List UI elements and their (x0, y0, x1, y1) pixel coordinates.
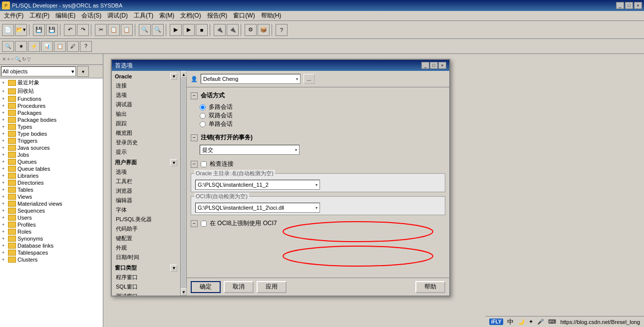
help-button[interactable]: ? (276, 24, 288, 36)
tb2-btn2[interactable]: ★ (15, 41, 27, 52)
nav-item-font[interactable]: 字体 (112, 205, 180, 215)
dialog-maximize-button[interactable]: □ (430, 62, 438, 69)
profile-more-button[interactable]: ... (304, 74, 315, 84)
panel-close-icon[interactable]: ✕ (2, 56, 6, 62)
logout-action-selector[interactable]: 提交 ▾ (200, 145, 300, 155)
cancel-button[interactable]: 取消 (224, 281, 254, 293)
tree-item-db-links[interactable]: + Database links (0, 242, 103, 249)
tree-item-queue-tables[interactable]: + Queue tables (0, 165, 103, 172)
nav-item-program-window[interactable]: 程序窗口 (112, 273, 180, 282)
check-connection-checkbox[interactable] (201, 161, 207, 167)
tree-item-type-bodies[interactable]: + Type bodies (0, 130, 103, 137)
object-browser-button[interactable]: 📦 (258, 24, 270, 36)
nav-item-sql-window[interactable]: SQL窗口 (112, 282, 180, 292)
maximize-button[interactable]: □ (625, 2, 633, 9)
nav-item-keybindings[interactable]: 键配置 (112, 234, 180, 243)
nav-item-debugger[interactable]: 调试器 (112, 100, 180, 109)
radio-multi-session-input[interactable] (200, 104, 206, 110)
oci8-toggle[interactable]: − (191, 220, 198, 227)
tb2-btn4[interactable]: 📊 (41, 41, 53, 52)
stop-button[interactable]: ■ (196, 24, 208, 36)
tree-item-tablespaces[interactable]: + Tablespaces (0, 249, 103, 256)
cut-button[interactable]: ✂ (95, 24, 107, 36)
tree-item-jobs[interactable]: + Jobs (0, 151, 103, 158)
tb2-btn5[interactable]: 📋 (54, 41, 66, 52)
nav-item-login-history[interactable]: 登录历史 (112, 138, 180, 147)
object-type-selector[interactable]: All objects ▾ (1, 66, 76, 76)
open-dropdown[interactable]: 📂▾ (15, 24, 27, 36)
minimize-button[interactable]: _ (616, 2, 624, 9)
panel-filter-icon[interactable]: ▽ (27, 56, 31, 62)
nav-item-code-assist[interactable]: 代码助手 (112, 224, 180, 234)
tree-item-profiles[interactable]: + Profiles (0, 221, 103, 228)
nav-scroll-thumb[interactable] (181, 78, 186, 288)
copy-button[interactable]: 📋 (108, 24, 120, 36)
nav-scroll-up[interactable]: ▲ (181, 71, 187, 78)
tree-item-recent[interactable]: + 最近对象 (0, 78, 103, 87)
find-next-button[interactable]: 🔍 (152, 24, 164, 36)
tree-item-procedures[interactable]: + Procedures (0, 102, 103, 109)
nav-item-ui-options[interactable]: 选项 (112, 167, 180, 177)
nav-item-overview[interactable]: 概览图 (112, 128, 180, 138)
nav-item-appearance[interactable]: 外观 (112, 243, 180, 253)
tree-item-packages[interactable]: + Packages (0, 109, 103, 116)
tree-item-triggers[interactable]: + Triggers (0, 137, 103, 144)
oci-lib-selector[interactable]: G:\PLSQL\instantclient_11_2\oci.dll ▾ (195, 203, 320, 213)
nav-item-beautifier[interactable]: PL/SQL美化器 (112, 215, 180, 224)
tree-item-views[interactable]: + Views (0, 193, 103, 200)
menu-search[interactable]: 索(M) (156, 10, 177, 21)
tree-item-users[interactable]: + Users (0, 214, 103, 221)
panel-expand-icon[interactable]: + (7, 56, 10, 62)
nav-item-browser[interactable]: 浏览器 (112, 186, 180, 196)
tb2-btn3[interactable]: ⚡ (28, 41, 40, 52)
oci8-checkbox[interactable] (201, 221, 207, 227)
undo-button[interactable]: ↶ (64, 24, 76, 36)
tree-item-types[interactable]: + Types (0, 123, 103, 130)
dialog-minimize-button[interactable]: _ (421, 62, 429, 69)
run-button[interactable]: ▶ (183, 24, 195, 36)
oracle-section-toggle[interactable]: ▾ (170, 73, 177, 80)
tree-item-directories[interactable]: + Directories (0, 179, 103, 186)
schema-dropdown[interactable]: ▾ (77, 66, 89, 77)
menu-session[interactable]: 会话(S) (78, 10, 104, 21)
connect-button[interactable]: 🔌 (214, 24, 226, 36)
nav-item-test-window[interactable]: 测试窗口 (112, 292, 180, 296)
menu-docs[interactable]: 文档(O) (177, 10, 204, 21)
menu-project[interactable]: 工程(P) (26, 10, 52, 21)
logout-toggle[interactable]: − (191, 134, 198, 141)
new-button[interactable]: 📄 (2, 24, 14, 36)
panel-refresh-icon[interactable]: ↻ (22, 56, 26, 62)
menu-tools[interactable]: 工具(T) (131, 10, 156, 21)
menu-file[interactable]: 文件(F) (1, 10, 26, 21)
dialog-close-button[interactable]: × (438, 62, 446, 69)
find-button[interactable]: 🔍 (139, 24, 151, 36)
ok-button[interactable]: 确定 (191, 281, 221, 293)
nav-item-datetime[interactable]: 日期/时间 (112, 253, 180, 262)
nav-item-toolbar[interactable]: 工具栏 (112, 177, 180, 186)
tree-item-recycle[interactable]: + 回收站 (0, 87, 103, 95)
tree-item-clusters[interactable]: + Clusters (0, 256, 103, 263)
nav-item-output[interactable]: 输出 (112, 109, 180, 119)
tb2-btn7[interactable]: ? (80, 41, 92, 52)
menu-window[interactable]: 窗口(W) (230, 10, 258, 21)
userface-section-toggle[interactable]: ▾ (170, 159, 177, 166)
window-section-toggle[interactable]: ▾ (170, 265, 177, 272)
paste-button[interactable]: 📋 (121, 24, 133, 36)
tree-item-sequences[interactable]: + Sequences (0, 207, 103, 214)
help-button[interactable]: 帮助 (415, 281, 445, 293)
check-conn-toggle[interactable]: − (191, 161, 198, 168)
tree-item-functions[interactable]: + Functions (0, 95, 103, 102)
profile-selector[interactable]: Default Cheng ▾ (201, 74, 301, 84)
tb2-btn6[interactable]: 🖊 (67, 41, 79, 52)
radio-dual-session-input[interactable] (200, 113, 206, 119)
tree-item-package-bodies[interactable]: + Package bodies (0, 116, 103, 123)
tree-item-java-sources[interactable]: + Java sources (0, 144, 103, 151)
close-button[interactable]: × (634, 2, 642, 9)
nav-scroll-down[interactable]: ▼ (181, 289, 187, 296)
menu-debug[interactable]: 调试(D) (104, 10, 131, 21)
nav-item-editor[interactable]: 编辑器 (112, 196, 180, 205)
compile-button[interactable]: ▶ (170, 24, 182, 36)
nav-item-trace[interactable]: 跟踪 (112, 119, 180, 128)
disconnect-button[interactable]: 🔌 (227, 24, 239, 36)
tb2-search[interactable]: 🔍 (2, 41, 14, 52)
